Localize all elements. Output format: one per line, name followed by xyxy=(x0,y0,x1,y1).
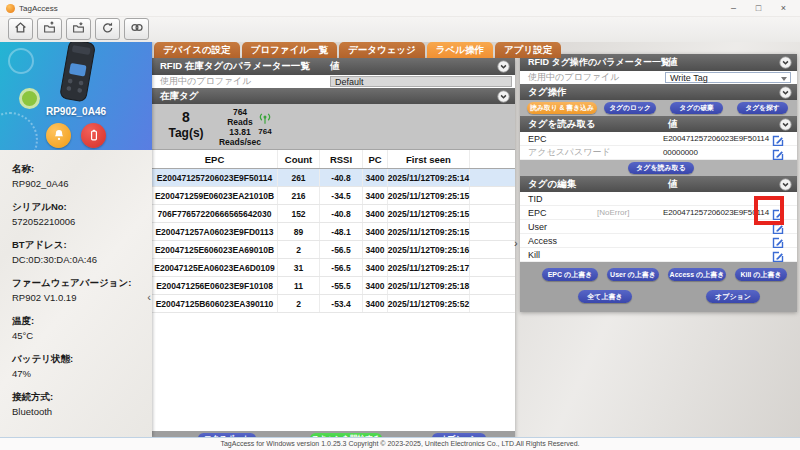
tab-profile-list[interactable]: プロファイル一覧 xyxy=(242,42,337,58)
col-header-spare xyxy=(470,150,515,168)
table-row[interactable]: 706F77657220666565642030 152 -40.8 3400 … xyxy=(152,205,515,223)
tab-label-operation[interactable]: ラベル操作 xyxy=(427,42,493,58)
edit-icon[interactable] xyxy=(772,133,784,144)
minimize-button[interactable]: – xyxy=(721,1,746,15)
cell-pc: 3400 xyxy=(363,241,388,258)
table-row[interactable]: E200471257A06023E9FD0113 89 -48.1 3400 2… xyxy=(152,223,515,241)
maximize-button[interactable]: □ xyxy=(746,1,771,15)
col-header-first-seen[interactable]: First seen xyxy=(388,150,470,168)
edit-icon[interactable] xyxy=(772,147,784,158)
table-row[interactable]: E20047125B606023EA390110 2 -53.4 3400 20… xyxy=(152,295,515,313)
profile-label: 使用中のプロファイル xyxy=(160,75,251,88)
read-tag-button-bar: タグを読み取る xyxy=(520,160,797,176)
profile-select[interactable]: Default xyxy=(330,76,512,87)
cell-epc: E20047125B606023EA390110 xyxy=(152,295,278,312)
tab-label: プロファイル一覧 xyxy=(251,44,328,55)
table-row[interactable]: E200471259E06023EA21010B 216 -34.5 3400 … xyxy=(152,187,515,205)
tab-label: アプリ設定 xyxy=(504,44,552,55)
app-icon xyxy=(6,4,15,13)
read-write-mode-button[interactable]: 読み取り & 書き込み xyxy=(527,102,597,114)
table-empty-area xyxy=(152,313,515,431)
write-profile-select[interactable]: Write Tag xyxy=(665,72,791,83)
table-row[interactable]: E20047125E606023EA69010B 2 -56.5 3400 20… xyxy=(152,241,515,259)
profile-value: Default xyxy=(335,77,364,87)
cell-epc: E20047125EA06023EA6D0109 xyxy=(152,259,278,276)
cell-first-seen: 2025/11/12T09:25:15 xyxy=(388,205,470,222)
inventory-table: EPC Count RSSI PC First seen E2004712572… xyxy=(152,150,515,431)
cell-pc: 3400 xyxy=(363,259,388,276)
cell-count: 31 xyxy=(278,259,320,276)
cell-count: 89 xyxy=(278,223,320,240)
chevron-down-icon[interactable] xyxy=(779,178,792,193)
home-button[interactable] xyxy=(8,18,33,40)
table-header-row: EPC Count RSSI PC First seen xyxy=(152,150,515,169)
field-label: ファームウェアバージョン: xyxy=(12,277,140,290)
write-epc-button[interactable]: EPC の上書き xyxy=(542,268,598,281)
chevron-down-icon[interactable] xyxy=(497,90,510,105)
table-row[interactable]: E200471256E06023E9F10108 11 -55.5 3400 2… xyxy=(152,277,515,295)
col-header-rssi[interactable]: RSSI xyxy=(320,150,363,168)
edit-icon[interactable] xyxy=(772,235,784,246)
tab-datawedge[interactable]: データウェッジ xyxy=(339,42,425,58)
user-label: User xyxy=(528,222,547,232)
cell-pc: 3400 xyxy=(363,295,388,312)
cell-pc: 3400 xyxy=(363,223,388,240)
panel-expand-arrow[interactable]: › xyxy=(514,237,518,249)
cell-epc: 706F77657220666565642030 xyxy=(152,205,278,222)
write-user-button[interactable]: User の上書き xyxy=(607,268,659,281)
cell-count: 216 xyxy=(278,187,320,204)
cell-epc: E200471257206023E9F50114 xyxy=(152,169,278,186)
cell-pc: 3400 xyxy=(363,169,388,186)
sidebar-collapse-arrow[interactable]: ‹ xyxy=(147,292,151,302)
antenna-reads-value: 764 xyxy=(252,127,278,136)
cell-first-seen: 2025/11/12T09:25:15 xyxy=(388,223,470,240)
inventory-stats: 8 Tag(s) 764 Reads 13.81 Reads/sec 764 xyxy=(152,104,515,150)
value-column-header: 値 xyxy=(668,56,678,69)
chevron-down-icon[interactable] xyxy=(779,56,792,71)
chevron-down-icon[interactable] xyxy=(779,86,792,101)
write-all-button[interactable]: 全て上書き xyxy=(578,290,632,303)
toolbar xyxy=(0,16,800,42)
epc-value: E200471257206023E9F50114 xyxy=(663,134,769,143)
reset-button[interactable] xyxy=(95,18,120,40)
find-tag-button[interactable]: タグを探す xyxy=(737,102,788,114)
cell-first-seen: 2025/11/12T09:25:52 xyxy=(388,295,470,312)
save-profile-button[interactable] xyxy=(66,18,91,40)
table-row[interactable]: E20047125EA06023EA6D0109 31 -56.5 3400 2… xyxy=(152,259,515,277)
battery-status-button[interactable] xyxy=(81,123,106,148)
edit-icon[interactable] xyxy=(772,249,784,260)
col-header-count[interactable]: Count xyxy=(278,150,320,168)
open-profile-button[interactable] xyxy=(37,18,62,40)
table-row[interactable]: E200471257206023E9F50114 261 -40.8 3400 … xyxy=(152,169,515,187)
tab-app-settings[interactable]: アプリ設定 xyxy=(495,42,561,58)
connect-button[interactable] xyxy=(124,18,149,40)
field-label: 名称: xyxy=(12,163,140,176)
access-password-row: アクセスパスワード 00000000 xyxy=(520,146,797,160)
inventory-params-header: RFID 在庫タグのパラメーター一覧 値 xyxy=(152,58,515,75)
tab-label: ラベル操作 xyxy=(436,44,484,55)
tab-label: データウェッジ xyxy=(348,44,416,55)
edit-kill-row: Kill xyxy=(520,248,797,262)
col-header-pc[interactable]: PC xyxy=(363,150,388,168)
beeper-button[interactable] xyxy=(46,123,71,148)
write-kill-button[interactable]: Kill の上書き xyxy=(735,268,787,281)
section-title: 在庫タグ xyxy=(160,90,198,103)
kill-tag-button[interactable]: タグの破棄 xyxy=(670,102,723,114)
close-button[interactable]: × xyxy=(771,1,796,15)
write-access-button[interactable]: Access の上書き xyxy=(668,268,726,281)
cell-spare xyxy=(470,223,515,240)
col-header-epc[interactable]: EPC xyxy=(152,150,278,168)
section-title: タグの編集 xyxy=(528,178,576,191)
value-column-header: 値 xyxy=(330,60,340,73)
chevron-down-icon[interactable] xyxy=(779,118,792,133)
tag-options-button[interactable]: オプション xyxy=(706,290,760,303)
section-title: タグを読み取る xyxy=(528,118,596,131)
folder-save-icon xyxy=(72,20,85,38)
device-name: RP902_0A46 xyxy=(0,106,152,117)
read-tag-button[interactable]: タグを読み取る xyxy=(628,162,694,174)
chevron-down-icon[interactable] xyxy=(497,60,510,75)
tab-device-settings[interactable]: デバイスの設定 xyxy=(154,42,240,58)
cell-rssi: -56.5 xyxy=(320,259,363,276)
lock-tag-button[interactable]: タグのロック xyxy=(604,102,656,114)
cell-count: 11 xyxy=(278,277,320,294)
